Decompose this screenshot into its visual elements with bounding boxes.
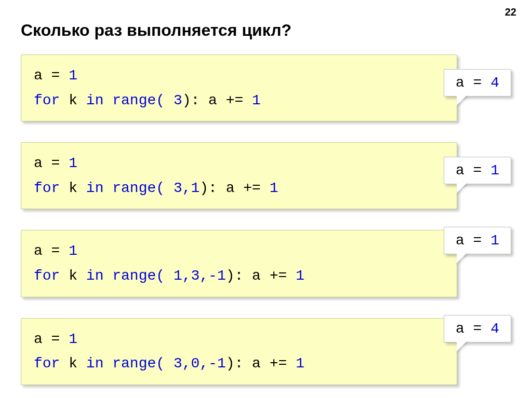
page-title: Сколько раз выполняется цикл? xyxy=(21,21,511,40)
code-block: a = 1 for k in range( 1,3,-1): a += 1 xyxy=(21,230,457,297)
code-line-2: for k in range( 3,0,-1): a += 1 xyxy=(34,351,444,376)
answer-value: 4 xyxy=(490,75,499,91)
answer-label: a = xyxy=(456,321,490,337)
example-3: a = 1 for k in range( 1,3,-1): a += 1 a … xyxy=(21,230,511,297)
code-block: a = 1 for k in range( 3,1): a += 1 xyxy=(21,142,457,209)
code-block: a = 1 for k in range( 3,0,-1): a += 1 xyxy=(21,318,457,385)
bubble-tail-icon xyxy=(457,253,467,263)
code-line-2: for k in range( 1,3,-1): a += 1 xyxy=(34,264,444,289)
bubble-tail-icon xyxy=(457,95,467,105)
answer-bubble-1: a = 4 xyxy=(444,69,511,97)
example-1: a = 1 for k in range( 3): a += 1 a = 4 xyxy=(21,54,511,121)
answer-value: 1 xyxy=(490,232,499,249)
code-line-2: for k in range( 3): a += 1 xyxy=(34,88,444,113)
answer-label: a = xyxy=(456,162,490,179)
answer-bubble-2: a = 1 xyxy=(444,157,511,184)
example-2: a = 1 for k in range( 3,1): a += 1 a = 1 xyxy=(21,142,511,209)
bubble-tail-icon xyxy=(457,341,467,351)
answer-value: 1 xyxy=(490,162,499,179)
bubble-tail-icon xyxy=(457,183,467,193)
answer-bubble-3: a = 1 xyxy=(444,227,511,254)
code-line-1: a = 1 xyxy=(34,327,444,352)
code-line-1: a = 1 xyxy=(34,239,444,264)
code-line-1: a = 1 xyxy=(34,151,444,176)
answer-label: a = xyxy=(456,75,490,91)
code-line-1: a = 1 xyxy=(34,63,444,88)
example-4: a = 1 for k in range( 3,0,-1): a += 1 a … xyxy=(21,318,511,385)
answer-value: 4 xyxy=(490,321,499,337)
code-line-2: for k in range( 3,1): a += 1 xyxy=(34,176,444,201)
answer-bubble-4: a = 4 xyxy=(444,315,511,342)
page-number: 22 xyxy=(505,6,516,18)
answer-label: a = xyxy=(456,232,490,249)
code-block: a = 1 for k in range( 3): a += 1 xyxy=(21,54,457,121)
